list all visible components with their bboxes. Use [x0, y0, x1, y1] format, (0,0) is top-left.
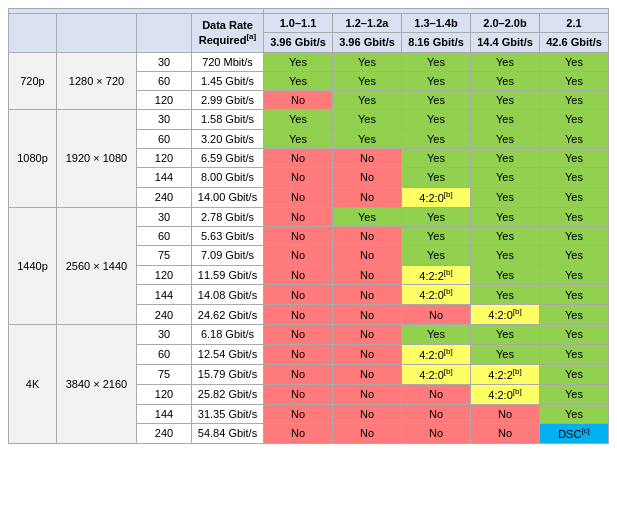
- hdmi-compat-cell: Yes: [540, 91, 609, 110]
- shorthand-cell: 1440p: [9, 207, 57, 325]
- refresh-cell: 30: [137, 325, 192, 344]
- datarate-cell: 2.99 Gbit/s: [192, 91, 264, 110]
- refresh-cell: 60: [137, 129, 192, 148]
- hdmi-compat-cell: Yes: [471, 226, 540, 245]
- hdmi-compat-cell: No: [264, 364, 333, 384]
- hdmi-compat-cell: No: [264, 423, 333, 443]
- hdmi-compat-cell: No: [264, 325, 333, 344]
- datarate-cell: 12.54 Gbit/s: [192, 344, 264, 364]
- datarate-cell: 7.09 Gbit/s: [192, 246, 264, 265]
- hdmi-compat-cell: No: [333, 149, 402, 168]
- table-row: 720p1280 × 72030720 Mbit/sYesYesYesYesYe…: [9, 52, 609, 71]
- refresh-cell: 60: [137, 226, 192, 245]
- hdmi-compat-cell: Yes: [333, 71, 402, 90]
- datarate-cell: 720 Mbit/s: [192, 52, 264, 71]
- hdmi-compat-cell: Yes: [402, 246, 471, 265]
- refresh-cell: 120: [137, 149, 192, 168]
- hdmi-compat-cell: Yes: [402, 149, 471, 168]
- hdmi-compat-cell: Yes: [333, 52, 402, 71]
- hdmi-compat-cell: Yes: [540, 265, 609, 285]
- hdmi-compat-cell: No: [264, 226, 333, 245]
- refresh-cell: 75: [137, 246, 192, 265]
- hdmi-compat-cell: Yes: [471, 52, 540, 71]
- hdmi-compat-cell: Yes: [471, 265, 540, 285]
- resolution-cell: 3840 × 2160: [57, 325, 137, 443]
- hdmi-compat-cell: Yes: [540, 364, 609, 384]
- hdmi-compat-cell: Yes: [540, 305, 609, 325]
- hdmi-compat-cell: 4:2:0[b]: [471, 384, 540, 404]
- hdmi-compat-cell: No: [333, 423, 402, 443]
- datarate-cell: 6.18 Gbit/s: [192, 325, 264, 344]
- hdmi-compat-cell: No: [402, 423, 471, 443]
- datarate-cell: 15.79 Gbit/s: [192, 364, 264, 384]
- hdmi-compat-cell: No: [333, 246, 402, 265]
- datarate-cell: 25.82 Gbit/s: [192, 384, 264, 404]
- shorthand-cell: 1080p: [9, 110, 57, 207]
- hdmi-compat-cell: No: [333, 325, 402, 344]
- hdmi-compat-cell: Yes: [471, 325, 540, 344]
- hdmi-compat-cell: Yes: [471, 285, 540, 305]
- table-row: 1440p2560 × 1440302.78 Gbit/sNoYesYesYes…: [9, 207, 609, 226]
- hdmi-compat-cell: No: [264, 265, 333, 285]
- hdmi-v3-rate: 8.16 Gbit/s: [402, 33, 471, 52]
- shorthand-cell: 4K: [9, 325, 57, 443]
- datarate-cell: 8.00 Gbit/s: [192, 168, 264, 187]
- hdmi-compat-cell: 4:2:0[b]: [471, 305, 540, 325]
- datarate-cell: 5.63 Gbit/s: [192, 226, 264, 245]
- hdmi-v5-header: 2.1: [540, 14, 609, 33]
- hdmi-v4-rate: 14.4 Gbit/s: [471, 33, 540, 52]
- hdmi-compat-cell: Yes: [402, 129, 471, 148]
- hdmi-compat-cell: 4:2:0[b]: [402, 285, 471, 305]
- hdmi-v1-rate: 3.96 Gbit/s: [264, 33, 333, 52]
- datarate-cell: 1.58 Gbit/s: [192, 110, 264, 129]
- hdmi-compat-cell: No: [333, 404, 402, 423]
- data-rate-header: Data Rate Required[a]: [192, 14, 264, 53]
- hdmi-compat-cell: Yes: [540, 384, 609, 404]
- hdmi-compat-cell: No: [264, 285, 333, 305]
- hdmi-compat-cell: No: [264, 404, 333, 423]
- refresh-cell: 30: [137, 52, 192, 71]
- datarate-cell: 54.84 Gbit/s: [192, 423, 264, 443]
- refresh-cell: 75: [137, 364, 192, 384]
- hdmi-compat-cell: Yes: [540, 404, 609, 423]
- hdmi-compat-cell: Yes: [540, 168, 609, 187]
- refresh-cell: 240: [137, 187, 192, 207]
- hdmi-v2-rate: 3.96 Gbit/s: [333, 33, 402, 52]
- hdmi-compat-cell: No: [333, 187, 402, 207]
- hdmi-compat-cell: Yes: [333, 91, 402, 110]
- hdmi-compat-cell: Yes: [540, 344, 609, 364]
- hdmi-compat-cell: No: [264, 384, 333, 404]
- hdmi-compat-cell: Yes: [540, 71, 609, 90]
- refresh-cell: 120: [137, 265, 192, 285]
- datarate-cell: 24.62 Gbit/s: [192, 305, 264, 325]
- hdmi-compat-cell: 4:2:0[b]: [402, 344, 471, 364]
- refresh-cell: 120: [137, 384, 192, 404]
- hdmi-compat-cell: Yes: [471, 187, 540, 207]
- refresh-rate-header: [137, 14, 192, 53]
- refresh-cell: 144: [137, 168, 192, 187]
- hdmi-compat-cell: Yes: [471, 91, 540, 110]
- hdmi-compat-cell: No: [402, 305, 471, 325]
- hdmi-compat-cell: Yes: [402, 168, 471, 187]
- hdmi-compat-cell: Yes: [264, 71, 333, 90]
- datarate-cell: 3.20 Gbit/s: [192, 129, 264, 148]
- hdmi-compat-cell: Yes: [402, 226, 471, 245]
- hdmi-compat-cell: Yes: [264, 129, 333, 148]
- refresh-cell: 60: [137, 344, 192, 364]
- hdmi-compat-cell: No: [333, 168, 402, 187]
- hdmi-compat-cell: No: [264, 149, 333, 168]
- hdmi-compat-cell: Yes: [471, 246, 540, 265]
- hdmi-compat-cell: No: [264, 168, 333, 187]
- shorthand-header: [9, 14, 57, 53]
- hdmi-compat-cell: Yes: [540, 246, 609, 265]
- datarate-cell: 6.59 Gbit/s: [192, 149, 264, 168]
- hdmi-compat-cell: No: [402, 404, 471, 423]
- hdmi-compat-cell: No: [333, 364, 402, 384]
- hdmi-compat-cell: No: [333, 265, 402, 285]
- hdmi-v5-rate: 42.6 Gbit/s: [540, 33, 609, 52]
- hdmi-compat-cell: No: [264, 246, 333, 265]
- hdmi-compat-cell: 4:2:0[b]: [402, 187, 471, 207]
- hdmi-compat-cell: Yes: [402, 71, 471, 90]
- resolution-cell: 1920 × 1080: [57, 110, 137, 207]
- resolution-cell: 2560 × 1440: [57, 207, 137, 325]
